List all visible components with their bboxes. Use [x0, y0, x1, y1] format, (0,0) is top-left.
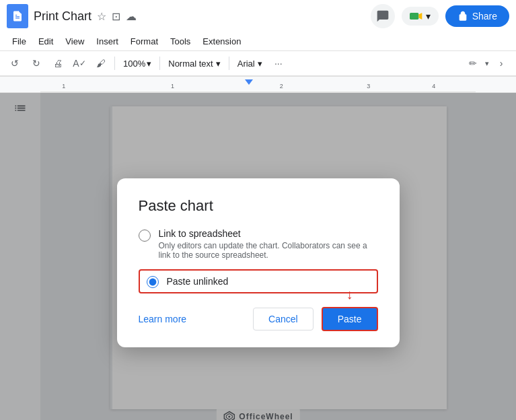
menu-item-view[interactable]: View: [60, 34, 89, 49]
paste-unlinked-label: Paste unlinked: [167, 276, 229, 287]
share-label: Share: [472, 11, 497, 22]
unlinked-radio[interactable]: [147, 276, 159, 288]
style-chevron: ▾: [216, 59, 221, 69]
toolbar-more-button[interactable]: ›: [492, 54, 511, 73]
dialog-overlay: Paste chart Link to spreadsheet Only edi…: [40, 93, 516, 420]
ruler-mark-0: 1: [62, 83, 65, 90]
meet-button[interactable]: ▾: [402, 7, 439, 26]
paste-unlinked-option: Paste unlinked: [139, 269, 378, 293]
paste-button[interactable]: Paste: [322, 307, 378, 331]
ruler-mark-2: 2: [280, 83, 283, 90]
menu-item-format[interactable]: Format: [125, 34, 163, 49]
font-value: Arial: [237, 59, 255, 69]
top-right: ▾ Share: [371, 4, 509, 28]
dialog-footer: Learn more Cancel ↓ Paste: [139, 307, 378, 331]
paste-chart-dialog: Paste chart Link to spreadsheet Only edi…: [117, 178, 400, 347]
zoom-selector[interactable]: 100% ▾: [119, 57, 155, 71]
learn-more-link[interactable]: Learn more: [139, 314, 187, 324]
document-title: Print Chart: [34, 9, 91, 24]
link-option-desc: Only editors can update the chart. Colla…: [159, 241, 378, 260]
arrow-indicator: ↓: [346, 287, 353, 302]
edit-chevron: ▾: [485, 59, 489, 68]
link-option-text: Link to spreadsheet Only editors can upd…: [159, 228, 378, 260]
ruler: 1 1 2 3 4: [0, 77, 516, 93]
more-options-button[interactable]: ···: [269, 54, 288, 73]
dialog-actions: Cancel ↓ Paste: [253, 307, 377, 331]
title-icons: ☆ ⊡ ☁: [97, 10, 137, 23]
menu-item-file[interactable]: File: [7, 34, 32, 49]
zoom-chevron: ▾: [147, 59, 151, 69]
meet-svg: [410, 11, 423, 21]
doc-area: Paste chart Link to spreadsheet Only edi…: [40, 93, 516, 420]
font-chevron: ▾: [258, 59, 262, 69]
style-value: Normal text: [168, 59, 213, 69]
toolbar-divider-1: [114, 57, 115, 70]
zoom-value: 100%: [123, 59, 145, 69]
paintformat-button[interactable]: 🖌: [91, 54, 110, 73]
ruler-mark-3: 3: [367, 83, 370, 90]
share-button[interactable]: Share: [445, 5, 509, 27]
redo-button[interactable]: ↻: [27, 54, 46, 73]
menu-item-tools[interactable]: Tools: [165, 34, 196, 49]
chat-svg: [376, 9, 390, 23]
font-selector[interactable]: Arial ▾: [233, 57, 266, 71]
link-option-label: Link to spreadsheet: [159, 228, 378, 239]
link-radio[interactable]: [139, 230, 151, 242]
menu-item-edit[interactable]: Edit: [33, 34, 59, 49]
main-area: Paste chart Link to spreadsheet Only edi…: [0, 93, 516, 420]
top-bar: Print Chart ☆ ⊡ ☁ ▾: [0, 0, 516, 77]
ruler-content: 1 1 2 3 4: [40, 77, 476, 92]
menu-item-extension[interactable]: Extension: [197, 34, 246, 49]
star-icon[interactable]: ☆: [97, 10, 106, 23]
spellcheck-button[interactable]: A✓: [70, 54, 89, 73]
svg-marker-4: [418, 13, 422, 20]
toolbar: ↺ ↻ 🖨 A✓ 🖌 100% ▾ Normal text ▾ Arial ▾ …: [0, 51, 516, 76]
doc-icon: [7, 4, 28, 28]
svg-rect-3: [410, 13, 418, 20]
cancel-button[interactable]: Cancel: [253, 308, 314, 330]
chat-button[interactable]: [371, 4, 395, 28]
document-svg: [11, 10, 24, 22]
ruler-mark-4: 4: [432, 83, 435, 90]
paste-btn-wrapper: ↓ Paste: [322, 307, 378, 331]
dialog-title: Paste chart: [139, 197, 378, 215]
ruler-triangle: [245, 79, 253, 85]
edit-pencil-button[interactable]: ✏: [464, 54, 482, 73]
meet-chevron: ▾: [426, 11, 431, 22]
menu-item-insert[interactable]: Insert: [91, 34, 124, 49]
menu-bar: File Edit View Insert Format Tools Exten…: [0, 32, 516, 51]
ruler-mark-1: 1: [171, 83, 174, 90]
print-button[interactable]: 🖨: [48, 54, 67, 73]
undo-button[interactable]: ↺: [5, 54, 24, 73]
cloud-icon[interactable]: ☁: [126, 10, 137, 23]
title-row: Print Chart ☆ ⊡ ☁ ▾: [0, 0, 516, 32]
link-option: Link to spreadsheet Only editors can upd…: [139, 228, 378, 260]
ruler-line: [40, 92, 476, 92]
folder-icon[interactable]: ⊡: [112, 10, 120, 23]
lock-icon: [457, 11, 468, 22]
style-selector[interactable]: Normal text ▾: [164, 57, 224, 71]
toolbar-divider-3: [229, 57, 229, 70]
toolbar-divider-2: [159, 57, 160, 70]
